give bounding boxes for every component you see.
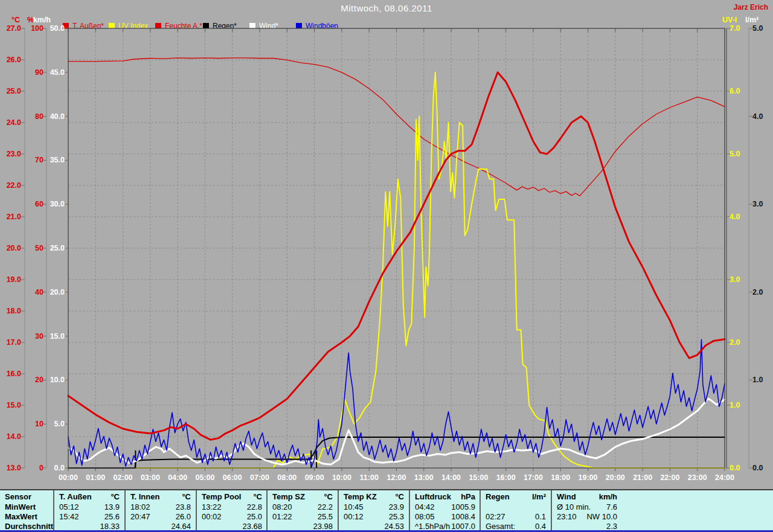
table-cell-value: 13.9	[57, 502, 120, 512]
axis-label-temp: 19.0	[7, 275, 21, 284]
axis-label-pct: 10	[35, 420, 43, 428]
axis-label-temp: 13.0	[7, 464, 21, 472]
table-column-separator	[338, 490, 339, 532]
axis-label-uv: 5.0	[730, 150, 740, 158]
table-column-separator	[124, 490, 126, 532]
x-axis-label: 12:00	[387, 473, 406, 482]
axis-label-temp: 16.0	[7, 370, 21, 378]
axis-label-kmh: 5.0	[54, 420, 65, 428]
table-cell-value: 22.2	[270, 502, 333, 512]
x-axis-label: 11:00	[360, 473, 379, 482]
table-cell-value: 1008.4	[412, 512, 475, 522]
table-row-label: MinWert	[5, 502, 36, 512]
table-cell-value: 1005.9	[412, 502, 475, 512]
table-cell-value: 23.8	[128, 502, 191, 512]
x-axis-label: 13:00	[414, 473, 434, 482]
weather-app-window: Mittwoch, 08.06.2011 Jarz Erich T. Außen…	[0, 0, 773, 532]
x-axis-label: 16:00	[496, 473, 516, 482]
axis-label-temp: 15.0	[7, 401, 21, 409]
axis-title-lm2: l/m²	[745, 16, 759, 24]
table-row-label: Sensor	[5, 492, 31, 502]
axis-label-kmh: 35.0	[50, 156, 65, 164]
x-axis-label: 00:00	[59, 473, 78, 482]
axis-label-lm2: 1.0	[752, 376, 763, 384]
table-col-unit: °C	[128, 492, 191, 502]
axis-label-kmh: 30.0	[50, 200, 65, 208]
table-col-unit: hPa	[412, 492, 475, 502]
axis-label-pct: 60	[35, 200, 43, 208]
x-axis-label: 19:00	[579, 473, 598, 482]
axis-label-kmh: 0.0	[54, 464, 65, 472]
axis-label-temp: 22.0	[7, 181, 21, 190]
sensor-stats-table: SensorMinWertMaxWertDurchschnittT. Außen…	[0, 489, 773, 532]
x-axis-label: 04:00	[168, 473, 187, 482]
table-col-unit: °C	[199, 492, 262, 502]
axis-title-uv: UV-I	[722, 16, 737, 24]
axis-label-temp: 24.0	[7, 118, 21, 127]
table-cell-value: 22.8	[199, 502, 262, 512]
table-col-unit: °C	[270, 492, 333, 502]
axis-label-uv: 0.0	[730, 464, 740, 472]
axis-label-temp: 14.0	[7, 432, 21, 441]
table-col-unit: °C	[57, 492, 120, 502]
axis-label-temp: 21.0	[7, 213, 21, 221]
table-cell-value: 7.6	[554, 502, 617, 512]
table-cell-value: 23.9	[341, 502, 404, 512]
x-axis-label: 22:00	[660, 473, 679, 482]
table-column-separator	[266, 490, 268, 532]
table-cell-value: 25.3	[341, 512, 404, 522]
table-cell-value: 25.5	[270, 512, 333, 522]
axis-label-uv: 3.0	[730, 275, 740, 284]
axis-label-uv: 6.0	[730, 87, 740, 95]
axis-label-lm2: 2.0	[752, 288, 763, 296]
axis-label-temp: 27.0	[7, 24, 21, 33]
table-cell-value: NW 10.0	[554, 512, 617, 522]
table-column-separator	[196, 490, 197, 532]
table-column-separator	[53, 490, 54, 532]
axis-label-kmh: 45.0	[50, 68, 65, 77]
axis-label-temp: 18.0	[7, 307, 21, 315]
table-row-label: MaxWert	[5, 512, 37, 522]
table-col-unit: km/h	[554, 492, 617, 502]
axis-label-pct: 0	[39, 464, 43, 472]
table-cell-value: 26.0	[128, 512, 191, 522]
x-axis-label: 21:00	[633, 473, 652, 482]
x-axis-label: 09:00	[305, 473, 324, 482]
axis-label-kmh: 15.0	[50, 332, 65, 341]
x-axis-label: 03:00	[141, 473, 160, 482]
axis-label-pct: 80	[35, 112, 43, 121]
x-axis-label: 08:00	[277, 473, 297, 482]
axis-label-temp: 26.0	[7, 56, 21, 64]
axis-label-lm2: 5.0	[752, 24, 763, 33]
x-axis-label: 24:00	[715, 473, 734, 482]
weather-day-chart: 00:0001:0002:0003:0004:0005:0006:0007:00…	[0, 0, 773, 532]
x-axis-label: 14:00	[441, 473, 461, 482]
x-axis-label: 23:00	[688, 473, 707, 482]
axis-label-temp: 25.0	[7, 87, 21, 95]
x-axis-label: 02:00	[114, 473, 133, 482]
axis-label-temp: 17.0	[7, 338, 21, 347]
x-axis-label: 18:00	[551, 473, 570, 482]
axis-label-kmh: 50.0	[50, 24, 65, 33]
x-axis-label: 15:00	[469, 473, 488, 482]
axis-label-kmh: 10.0	[50, 376, 65, 384]
axis-label-pct: 20	[35, 376, 43, 384]
table-col-unit: °C	[341, 492, 404, 502]
axis-label-kmh: 40.0	[50, 112, 65, 121]
x-axis-label: 05:00	[195, 473, 214, 482]
axis-label-pct: 100	[31, 24, 43, 33]
table-col-unit: l/m²	[483, 492, 546, 502]
x-axis-label: 06:00	[223, 473, 242, 482]
table-cell-value: 25.0	[199, 512, 262, 522]
axis-label-kmh: 20.0	[50, 288, 65, 296]
axis-label-lm2: 4.0	[752, 112, 763, 121]
axis-label-kmh: 25.0	[50, 244, 65, 252]
x-axis-label: 20:00	[606, 473, 625, 482]
x-axis-label: 17:00	[524, 473, 543, 482]
axis-label-pct: 50	[35, 244, 43, 252]
axis-label-uv: 7.0	[730, 24, 740, 33]
table-column-separator	[551, 490, 552, 532]
axis-label-pct: 70	[35, 156, 43, 164]
axis-label-pct: 40	[35, 288, 43, 296]
axis-label-pct: 30	[35, 332, 43, 341]
